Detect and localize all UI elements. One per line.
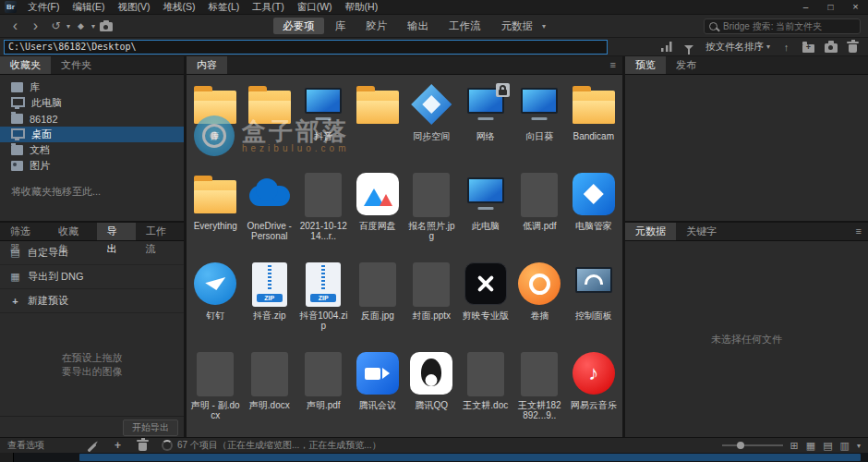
file-item[interactable]: 2021-10-12 14...r.. (296, 164, 351, 254)
panel-tab[interactable]: 元数据 (625, 223, 676, 240)
panel-tab[interactable]: 关键字 (676, 223, 727, 240)
file-item[interactable]: 同步空间 (404, 75, 459, 164)
maximize-button[interactable] (818, 0, 843, 14)
favorites-item[interactable]: 图片 (0, 158, 184, 174)
file-item[interactable]: 控制面板 (567, 254, 621, 344)
file-item[interactable]: 抖音1004.zip (296, 254, 351, 344)
panel-menu-icon[interactable] (850, 223, 868, 240)
view-options-label[interactable]: 查看选项 (7, 439, 44, 452)
camera-import-button[interactable] (96, 17, 115, 35)
workspace-tab[interactable]: 库 (326, 18, 356, 34)
panel-tab[interactable]: 收藏集 (48, 223, 96, 240)
file-item[interactable]: 卷摘 (512, 254, 567, 344)
file-item[interactable] (243, 75, 297, 164)
panel-menu-icon[interactable] (604, 56, 622, 74)
forward-icon[interactable] (26, 17, 45, 35)
path-input[interactable] (4, 40, 608, 55)
favorites-item[interactable]: 此电脑 (0, 95, 184, 111)
file-item[interactable]: 向日葵 (512, 75, 567, 164)
panel-tab[interactable]: 发布 (666, 56, 706, 74)
workspace-chevron-icon[interactable] (542, 22, 546, 30)
detail-view-icon[interactable] (823, 441, 832, 451)
new-folder-button[interactable] (799, 38, 818, 56)
export-preset-item[interactable]: 新建预设 (0, 289, 184, 313)
file-item[interactable]: 剪映专业版 (459, 254, 513, 344)
menu-item[interactable]: 窗口(W) (291, 0, 339, 14)
workspace-tab[interactable]: 输出 (398, 18, 438, 34)
menu-item[interactable]: 视图(V) (111, 0, 156, 14)
file-item[interactable]: 库 (188, 75, 243, 164)
menu-item[interactable]: 堆栈(S) (156, 0, 201, 14)
favorites-item[interactable]: 库 (0, 79, 184, 95)
slider-knob[interactable] (737, 442, 744, 449)
favorites-item[interactable]: 文档 (0, 142, 184, 158)
file-item[interactable]: 低调.pdf (512, 164, 567, 254)
delete-preset-button[interactable] (139, 439, 147, 453)
delete-button[interactable] (843, 38, 862, 56)
search-input[interactable] (721, 20, 855, 32)
panel-tab[interactable]: 工作流 (136, 223, 184, 240)
favorites-item[interactable]: 桌面 (0, 127, 184, 142)
scrollbar-thumb[interactable] (79, 454, 861, 461)
panel-tab[interactable]: 预览 (625, 56, 666, 74)
workspace-tab[interactable]: 工作流 (440, 18, 490, 34)
refine-icon[interactable] (71, 17, 90, 35)
file-item[interactable]: 声明.pdf (296, 344, 351, 433)
menu-item[interactable]: 标签(L) (201, 0, 246, 14)
file-item[interactable]: 钉钉 (188, 254, 243, 344)
export-preset-item[interactable]: 导出到 DNG (0, 265, 184, 289)
edit-preset-button[interactable] (87, 441, 97, 451)
list-view-icon[interactable] (840, 441, 850, 451)
menu-item[interactable]: 文件(F) (21, 0, 66, 14)
chevron-down-icon[interactable] (91, 22, 95, 30)
file-item[interactable]: 网络 (459, 75, 513, 164)
file-item[interactable] (351, 75, 405, 164)
recent-history-icon[interactable] (46, 17, 66, 35)
chevron-down-icon[interactable] (66, 22, 70, 30)
file-item[interactable]: 封面.pptx (404, 254, 459, 344)
file-item[interactable]: 声明 - 副.docx (188, 344, 243, 433)
file-item[interactable]: 百度网盘 (351, 164, 405, 254)
panel-tab[interactable]: 文件夹 (51, 56, 102, 74)
add-preset-icon[interactable] (108, 440, 127, 451)
view-options-chevron-icon[interactable] (857, 442, 861, 450)
file-item[interactable]: 王文耕182 892...9.. (512, 344, 567, 433)
thumbnail-view-icon[interactable] (806, 441, 815, 451)
workspace-tab[interactable]: 必要项 (273, 18, 324, 34)
content-tab[interactable]: 内容 (187, 56, 227, 74)
horizontal-scrollbar[interactable] (0, 453, 868, 462)
export-preset-item[interactable]: 自定导出 (0, 241, 184, 265)
file-item[interactable]: 声明.docx (243, 344, 297, 433)
close-button[interactable] (843, 0, 868, 14)
favorites-item[interactable]: 86182 (0, 111, 184, 127)
panel-tab[interactable]: 导出 (97, 223, 136, 240)
file-item[interactable]: 报名照片.jpg (404, 164, 459, 254)
start-export-button[interactable]: 开始导出 (123, 419, 178, 436)
file-item[interactable]: 王文耕.doc (459, 344, 513, 433)
file-item[interactable]: Everything (188, 164, 243, 254)
grid-view-icon[interactable] (790, 441, 799, 451)
file-item[interactable]: 网易云音乐 (567, 344, 621, 433)
panel-tab[interactable]: 收藏夹 (0, 56, 51, 74)
menu-item[interactable]: 编辑(E) (66, 0, 111, 14)
file-item[interactable]: OneDrive - Personal (243, 164, 297, 254)
thumbnail-size-slider[interactable] (722, 444, 783, 446)
file-item[interactable]: 反面.jpg (351, 254, 405, 344)
workspace-tab[interactable]: 元数据 (492, 18, 543, 34)
workspace-tab[interactable]: 胶片 (356, 18, 396, 34)
file-item[interactable]: 腾讯QQ (404, 344, 459, 433)
sort-direction-icon[interactable] (777, 38, 796, 56)
back-icon[interactable] (6, 17, 25, 35)
menu-item[interactable]: 帮助(H) (339, 0, 385, 14)
file-item[interactable]: 电脑管家 (567, 164, 621, 254)
menu-item[interactable]: 工具(T) (246, 0, 290, 14)
minimize-button[interactable] (793, 0, 818, 14)
get-photos-button[interactable] (821, 38, 840, 56)
sort-order-dropdown[interactable]: 按文件名排序 (702, 41, 774, 54)
file-item[interactable]: 此电脑 (459, 164, 513, 254)
file-item[interactable]: Bandicam (567, 75, 621, 164)
filter-button[interactable] (680, 38, 699, 56)
file-item[interactable]: 抖音.zip (243, 254, 297, 344)
file-item[interactable]: 腾讯会议 (351, 344, 405, 433)
file-item[interactable]: 抖音 (296, 75, 351, 164)
